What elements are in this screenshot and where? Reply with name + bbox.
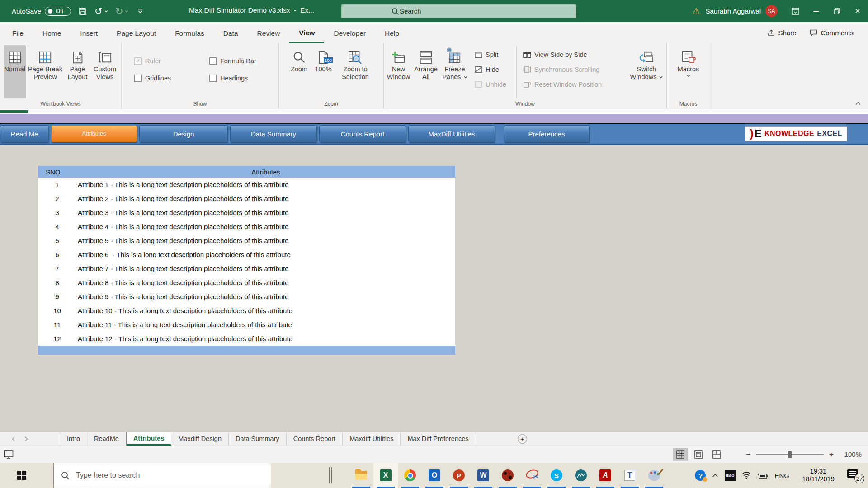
zoom-slider-thumb[interactable] <box>788 451 792 458</box>
wbtab-data-summary[interactable]: Data Summary <box>230 125 317 142</box>
hide-button[interactable]: Hide <box>475 65 514 75</box>
ribbon-tab-developer[interactable]: Developer <box>324 23 375 43</box>
text-editor-icon[interactable]: T <box>618 463 642 488</box>
bang-olufsen-tray-icon[interactable]: B&O <box>725 470 736 481</box>
undo-dropdown-chevron-icon[interactable] <box>104 10 108 13</box>
ribbon-tab-help[interactable]: Help <box>375 23 409 43</box>
skype-icon[interactable]: S <box>544 463 569 488</box>
autosave-toggle[interactable]: Off <box>45 7 71 16</box>
customize-quick-access-icon[interactable] <box>137 9 143 14</box>
search-input[interactable] <box>400 7 562 15</box>
zoom-out-button[interactable]: − <box>746 450 750 459</box>
language-indicator[interactable]: ENG <box>774 472 789 479</box>
wbtab-read-me[interactable]: Read Me <box>0 125 49 142</box>
zoom-button[interactable]: Zoom <box>288 45 310 98</box>
close-button[interactable]: × <box>847 0 868 22</box>
ribbon-tab-home[interactable]: Home <box>33 23 71 43</box>
cell-text[interactable]: Attribute 8 - This is a long text descri… <box>76 279 289 286</box>
cell-sno[interactable]: 8 <box>38 279 76 286</box>
sheet-tab-counts-report[interactable]: Counts Report <box>287 432 343 446</box>
cell-sno[interactable]: 3 <box>38 209 76 216</box>
start-button[interactable] <box>0 463 43 488</box>
taskbar-search-box[interactable] <box>53 463 271 488</box>
cell-sno[interactable]: 5 <box>38 237 76 244</box>
page-layout-view-button[interactable]: Page Layout <box>65 45 90 98</box>
cell-text[interactable]: Attribute 10 - This is a long text descr… <box>76 307 292 314</box>
paint-icon[interactable] <box>642 463 666 488</box>
media-player-icon[interactable] <box>495 463 520 488</box>
cell-sno[interactable]: 9 <box>38 293 76 300</box>
ribbon-display-options-icon[interactable] <box>785 0 806 22</box>
warning-icon[interactable]: ⚠ <box>692 6 700 16</box>
wbtab-design[interactable]: Design <box>139 125 228 142</box>
sheet-tab-attributes[interactable]: Attributes <box>126 432 171 446</box>
acrobat-icon[interactable]: A <box>593 463 618 488</box>
cell-sno[interactable]: 2 <box>38 195 76 202</box>
cell-text[interactable]: Attribute 1 - This is a long text descri… <box>76 181 289 188</box>
user-name[interactable]: Saurabh Aggarwal <box>705 7 761 15</box>
clock[interactable]: 19:31 18/11/2019 <box>796 468 841 483</box>
ribbon-tab-page-layout[interactable]: Page Layout <box>107 23 165 43</box>
cell-text[interactable]: Attribute 11 - This is a long text descr… <box>76 321 292 328</box>
normal-view-status-button[interactable] <box>673 448 688 461</box>
wbtab-preferences[interactable]: Preferences <box>504 125 590 142</box>
cell-text[interactable]: Attribute 2 - This is a long text descri… <box>76 195 289 202</box>
cell-sno[interactable]: 11 <box>38 321 76 328</box>
cell-sno[interactable]: 10 <box>38 307 76 314</box>
zoom-100-button[interactable]: 100 100% <box>310 45 336 98</box>
wbtab-counts-report[interactable]: Counts Report <box>319 125 406 142</box>
formula-bar-checkbox[interactable]: Formula Bar <box>209 57 274 65</box>
ribbon-tab-view[interactable]: View <box>289 23 324 43</box>
battery-icon[interactable] <box>757 472 768 479</box>
zoom-slider[interactable] <box>756 454 824 455</box>
ribbon-tab-insert[interactable]: Insert <box>71 23 107 43</box>
powerpoint-icon[interactable]: P <box>447 463 471 488</box>
excel-icon[interactable]: X <box>373 463 398 488</box>
comments-button[interactable]: Comments <box>810 29 854 37</box>
custom-views-button[interactable]: Custom Views <box>90 45 119 98</box>
switch-windows-button[interactable]: Switch Windows <box>628 45 665 98</box>
sheet-tab-max-diff-preferences[interactable]: Max Diff Preferences <box>401 432 476 446</box>
undo-icon[interactable]: ↺ <box>94 7 103 16</box>
cell-sno[interactable]: 1 <box>38 181 76 188</box>
new-window-button[interactable]: New Window <box>386 45 411 98</box>
word-icon[interactable]: W <box>471 463 495 488</box>
sheet-tab-maxdiff-utilities[interactable]: Maxdiff Utilities <box>343 432 401 446</box>
zoom-in-button[interactable]: + <box>829 450 834 459</box>
chrome-icon[interactable] <box>398 463 422 488</box>
cell-text[interactable]: Attribute 9 - This is a long text descri… <box>76 293 289 300</box>
sheet-tab-data-summary[interactable]: Data Summary <box>229 432 287 446</box>
notification-center-icon[interactable]: 27 <box>847 469 863 482</box>
normal-view-button[interactable]: Normal <box>4 45 26 98</box>
cell-text[interactable]: Attribute 12 - This is a long text descr… <box>76 335 292 343</box>
cell-text[interactable]: Attribute 5 - This is a long text descri… <box>76 237 289 244</box>
ribbon-tab-review[interactable]: Review <box>248 23 290 43</box>
title-search-box[interactable] <box>341 4 576 18</box>
view-side-by-side-button[interactable]: View Side by Side <box>523 50 626 60</box>
minimize-button[interactable] <box>806 0 826 22</box>
sheet-tab-readme[interactable]: ReadMe <box>87 432 126 446</box>
zoom-level[interactable]: 100% <box>839 450 862 458</box>
autosave-control[interactable]: AutoSave Off <box>12 7 71 16</box>
help-tray-icon[interactable]: ? <box>695 470 706 481</box>
cell-sno[interactable]: 6 <box>38 251 76 258</box>
cell-sno[interactable]: 7 <box>38 265 76 272</box>
page-break-preview-status-button[interactable] <box>709 448 724 461</box>
gridlines-checkbox[interactable]: Gridlines <box>134 75 203 82</box>
sheet-nav-right-icon[interactable] <box>24 436 28 441</box>
ribbon-tab-formulas[interactable]: Formulas <box>165 23 214 43</box>
analytics-icon[interactable] <box>569 463 593 488</box>
wbtab-maxdiff-utilities[interactable]: MaxDiff Utilities <box>408 125 495 142</box>
wifi-icon[interactable] <box>742 472 751 479</box>
save-icon[interactable] <box>78 7 87 16</box>
restore-button[interactable] <box>826 0 847 22</box>
cell-sno[interactable]: 4 <box>38 223 76 230</box>
sheet-tab-maxdiff-design[interactable]: Maxdiff Design <box>171 432 229 446</box>
ribbon-tab-data[interactable]: Data <box>214 23 248 43</box>
outlook-icon[interactable]: O <box>422 463 447 488</box>
cell-text[interactable]: Attribute 7 - This is a long text descri… <box>76 265 289 272</box>
ribbon-tab-file[interactable]: File <box>0 23 33 43</box>
avatar[interactable]: SA <box>765 5 778 17</box>
status-left-icon[interactable] <box>4 450 14 459</box>
page-break-preview-button[interactable]: Page Break Preview <box>26 45 65 98</box>
